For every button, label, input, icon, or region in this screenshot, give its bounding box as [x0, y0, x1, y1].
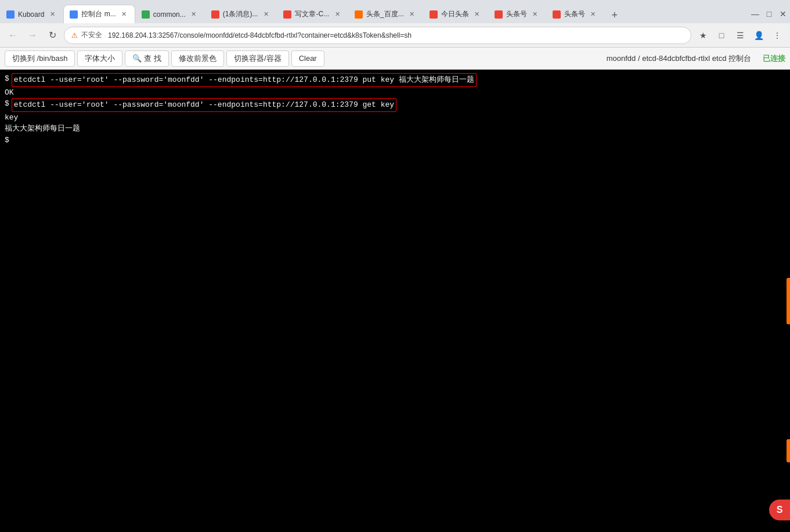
tab-label-toutiao4: 头条号 [564, 9, 585, 19]
term-prompt: $ [5, 98, 9, 110]
switch-bash-button[interactable]: 切换到 /bin/bash [5, 50, 75, 67]
term-prompt-empty: $ [5, 135, 9, 146]
sogou-icon: S [769, 500, 790, 520]
tab-close-msg[interactable]: ✕ [261, 10, 270, 19]
toolbar-title: moonfdd / etcd-84dcbfcfbd-rtlxl etcd 控制台 [607, 53, 751, 64]
menu-button[interactable]: ⋮ [769, 27, 785, 44]
profile-button[interactable]: 👤 [751, 27, 767, 44]
tab-label-write: 写文章-C... [295, 9, 329, 19]
tab-label-common: common... [153, 10, 186, 19]
kuboard-toolbar: 切换到 /bin/bash 字体大小 🔍 查 找 修改前景色 切换容器/容器 C… [0, 48, 790, 70]
tab-close-toutiao2[interactable]: ✕ [472, 10, 482, 19]
term-output: 福大大架构师每日一题 [5, 123, 785, 135]
tab-toutiao3[interactable]: 头条号 ✕ [488, 5, 546, 23]
address-actions: ★ □ ☰ 👤 ⋮ [695, 27, 785, 44]
switch-container-button[interactable]: 切换容器/容器 [226, 50, 289, 67]
new-tab-button[interactable]: + [607, 7, 623, 23]
back-button[interactable]: ← [5, 27, 21, 44]
tab-label-toutiao2: 今日头条 [441, 9, 469, 19]
terminal-content: $ etcdctl --user='root' --password='moon… [0, 70, 790, 149]
tab-bar-left: Kuboard ✕ 控制台 m... ✕ common... ✕ (1条消息).… [0, 5, 748, 23]
tab-toutiao4[interactable]: 头条号 ✕ [546, 5, 604, 23]
minimize-button[interactable]: — [748, 7, 762, 21]
bookmark-button[interactable]: ★ [695, 27, 711, 44]
tab-toutiao1[interactable]: 头条_百度... ✕ [348, 5, 423, 23]
tab-close-toutiao3[interactable]: ✕ [531, 10, 540, 19]
tab-bar: Kuboard ✕ 控制台 m... ✕ common... ✕ (1条消息).… [0, 0, 790, 23]
tab-label-kuboard: Kuboard [18, 10, 44, 19]
font-size-button[interactable]: 字体大小 [77, 50, 122, 67]
cast-button[interactable]: □ [713, 27, 730, 44]
tab-label-console: 控制台 m... [81, 9, 116, 19]
url-bar[interactable]: ⚠ 不安全 192.168.204.13:32567/console/moonf… [64, 27, 691, 44]
close-button[interactable]: ✕ [776, 7, 790, 21]
tab-favicon-toutiao3 [495, 10, 503, 19]
reload-button[interactable]: ↻ [44, 27, 60, 44]
tab-favicon-console [70, 10, 78, 19]
tab-console[interactable]: 控制台 m... ✕ [63, 5, 135, 23]
tab-favicon-msg [211, 10, 219, 19]
search-icon: 🔍 [132, 54, 142, 63]
tab-bar-right: — □ ✕ [748, 7, 790, 23]
tab-search-button[interactable]: ☰ [732, 27, 748, 44]
term-output: key [5, 112, 785, 124]
right-edge-accent [787, 278, 790, 324]
terminal-container[interactable]: $ etcdctl --user='root' --password='moon… [0, 70, 790, 532]
tab-favicon-write [283, 10, 291, 19]
tab-close-common[interactable]: ✕ [189, 10, 199, 19]
tab-favicon-toutiao4 [553, 10, 561, 19]
tab-label-toutiao1: 头条_百度... [366, 9, 404, 19]
terminal-line: $ etcdctl --user='root' --password='moon… [5, 98, 785, 112]
tab-close-toutiao1[interactable]: ✕ [407, 10, 417, 19]
insecure-label: 不安全 [81, 30, 102, 40]
forward-button[interactable]: → [24, 27, 41, 44]
tab-favicon-common [142, 10, 150, 19]
modify-foreground-button[interactable]: 修改前景色 [171, 50, 224, 67]
search-button[interactable]: 🔍 查 找 [125, 50, 169, 67]
terminal-line: $ etcdctl --user='root' --password='moon… [5, 73, 785, 87]
tab-favicon-kuboard [6, 10, 15, 19]
bottom-edge-accent [787, 439, 790, 462]
tab-write[interactable]: 写文章-C... ✕ [277, 5, 348, 23]
tab-kuboard[interactable]: Kuboard ✕ [0, 5, 63, 23]
term-command-highlighted: etcdctl --user='root' --password='moonfd… [12, 73, 477, 87]
connection-status: 已连接 [763, 53, 785, 64]
tab-label-toutiao3: 头条号 [506, 9, 527, 19]
tab-common[interactable]: common... ✕ [135, 5, 205, 23]
tab-msg[interactable]: (1条消息)... ✕ [205, 5, 277, 23]
term-command-highlighted: etcdctl --user='root' --password='moonfd… [12, 98, 396, 112]
tab-close-write[interactable]: ✕ [333, 10, 342, 19]
tab-close-kuboard[interactable]: ✕ [48, 10, 57, 19]
tab-label-msg: (1条消息)... [223, 9, 258, 19]
maximize-button[interactable]: □ [762, 7, 776, 21]
term-prompt: $ [5, 73, 9, 85]
tab-close-console[interactable]: ✕ [120, 10, 129, 19]
tab-toutiao2[interactable]: 今日头条 ✕ [423, 5, 488, 23]
clear-button[interactable]: Clear [291, 50, 324, 67]
security-icon: ⚠ [71, 31, 78, 39]
browser-frame: Kuboard ✕ 控制台 m... ✕ common... ✕ (1条消息).… [0, 0, 790, 532]
tab-favicon-toutiao2 [430, 10, 438, 19]
tab-close-toutiao4[interactable]: ✕ [589, 10, 598, 19]
terminal-line: $ [5, 135, 785, 146]
term-output: OK [5, 87, 785, 99]
url-text: 192.168.204.13:32567/console/moonfdd/etc… [108, 31, 684, 39]
address-bar: ← → ↻ ⚠ 不安全 192.168.204.13:32567/console… [0, 23, 790, 48]
tab-favicon-toutiao1 [355, 10, 363, 19]
